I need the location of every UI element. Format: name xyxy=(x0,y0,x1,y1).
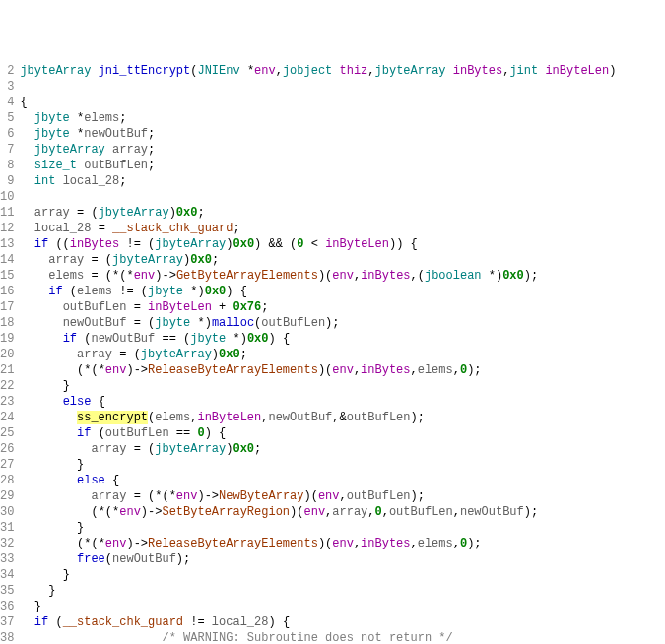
line-number: 20 xyxy=(0,347,14,362)
code-line[interactable]: jbyte *newOutBuf; xyxy=(20,126,665,142)
code-line[interactable]: { xyxy=(20,95,665,110)
code-line[interactable]: /* WARNING: Subroutine does not return *… xyxy=(20,630,665,644)
line-number: 12 xyxy=(0,221,14,236)
line-number: 15 xyxy=(0,268,14,284)
line-number: 13 xyxy=(0,236,14,252)
code-line[interactable]: if ((inBytes != (jbyteArray)0x0) && (0 <… xyxy=(20,236,665,252)
line-number: 32 xyxy=(0,536,14,551)
code-line[interactable]: jbyte *elems; xyxy=(20,110,665,126)
line-number: 23 xyxy=(0,394,14,410)
code-line[interactable]: } xyxy=(20,599,665,614)
line-number: 3 xyxy=(0,79,14,95)
line-number: 8 xyxy=(0,158,14,173)
code-line[interactable]: array = (jbyteArray)0x0; xyxy=(20,347,665,362)
line-number: 26 xyxy=(0,441,14,457)
line-number: 24 xyxy=(0,410,14,425)
code-line[interactable]: } xyxy=(20,520,665,536)
line-number: 10 xyxy=(0,189,14,205)
line-number: 25 xyxy=(0,425,14,441)
code-line[interactable]: (*(*env)->ReleaseByteArrayElements)(env,… xyxy=(20,536,665,551)
line-number: 34 xyxy=(0,567,14,583)
line-number: 7 xyxy=(0,142,14,158)
code-line[interactable]: } xyxy=(20,457,665,473)
line-number-gutter: 2345678910111213141516171819202122232425… xyxy=(0,63,20,644)
line-number: 14 xyxy=(0,252,14,268)
code-line[interactable]: array = (jbyteArray)0x0; xyxy=(20,205,665,221)
code-line[interactable]: size_t outBufLen; xyxy=(20,158,665,173)
code-line[interactable]: local_28 = __stack_chk_guard; xyxy=(20,221,665,236)
line-number: 9 xyxy=(0,173,14,189)
code-area[interactable]: jbyteArray jni_ttEncrypt(JNIEnv *env,job… xyxy=(20,63,665,644)
code-line[interactable]: if (newOutBuf == (jbyte *)0x0) { xyxy=(20,331,665,347)
line-number: 33 xyxy=(0,551,14,567)
line-number: 36 xyxy=(0,599,14,614)
line-number: 5 xyxy=(0,110,14,126)
code-line[interactable]: (*(*env)->ReleaseByteArrayElements)(env,… xyxy=(20,362,665,378)
line-number: 22 xyxy=(0,378,14,394)
code-line[interactable]: else { xyxy=(20,394,665,410)
line-number: 21 xyxy=(0,362,14,378)
line-number: 6 xyxy=(0,126,14,142)
code-line[interactable]: array = (*(*env)->NewByteArray)(env,outB… xyxy=(20,488,665,504)
code-line[interactable]: array = (jbyteArray)0x0; xyxy=(20,441,665,457)
line-number: 37 xyxy=(0,614,14,630)
line-number: 28 xyxy=(0,473,14,488)
line-number: 4 xyxy=(0,95,14,110)
code-line[interactable]: elems = (*(*env)->GetByteArrayElements)(… xyxy=(20,268,665,284)
line-number: 30 xyxy=(0,504,14,520)
code-line[interactable]: jbyteArray array; xyxy=(20,142,665,158)
code-line[interactable]: array = (jbyteArray)0x0; xyxy=(20,252,665,268)
code-line[interactable]: int local_28; xyxy=(20,173,665,189)
line-number: 31 xyxy=(0,520,14,536)
code-editor: 2345678910111213141516171819202122232425… xyxy=(0,63,665,644)
code-line[interactable] xyxy=(20,79,665,95)
line-number: 2 xyxy=(0,63,14,79)
code-line[interactable]: ss_encrypt(elems,inByteLen,newOutBuf,&ou… xyxy=(20,410,665,425)
code-line[interactable]: newOutBuf = (jbyte *)malloc(outBufLen); xyxy=(20,315,665,331)
code-line[interactable]: if (outBufLen == 0) { xyxy=(20,425,665,441)
code-line[interactable] xyxy=(20,189,665,205)
code-line[interactable]: } xyxy=(20,583,665,599)
line-number: 27 xyxy=(0,457,14,473)
code-line[interactable]: outBufLen = inByteLen + 0x76; xyxy=(20,299,665,315)
code-line[interactable]: free(newOutBuf); xyxy=(20,551,665,567)
line-number: 18 xyxy=(0,315,14,331)
line-number: 29 xyxy=(0,488,14,504)
line-number: 38 xyxy=(0,630,14,644)
code-line[interactable]: (*(*env)->SetByteArrayRegion)(env,array,… xyxy=(20,504,665,520)
line-number: 11 xyxy=(0,205,14,221)
code-line[interactable]: } xyxy=(20,378,665,394)
line-number: 17 xyxy=(0,299,14,315)
line-number: 35 xyxy=(0,583,14,599)
code-line[interactable]: } xyxy=(20,567,665,583)
line-number: 16 xyxy=(0,284,14,299)
code-line[interactable]: jbyteArray jni_ttEncrypt(JNIEnv *env,job… xyxy=(20,63,665,79)
line-number: 19 xyxy=(0,331,14,347)
code-line[interactable]: if (elems != (jbyte *)0x0) { xyxy=(20,284,665,299)
code-line[interactable]: if (__stack_chk_guard != local_28) { xyxy=(20,614,665,630)
code-line[interactable]: else { xyxy=(20,473,665,488)
